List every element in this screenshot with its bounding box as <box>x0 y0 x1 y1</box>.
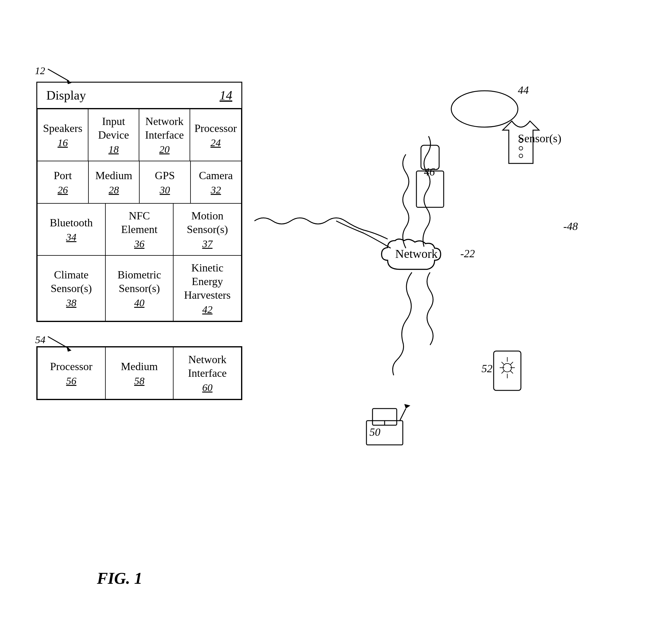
svg-line-25 <box>502 371 504 373</box>
cell-label-input-device: Input Device <box>93 115 134 142</box>
cell-num-speakers: 16 <box>58 137 68 148</box>
cell-processor: Processor 24 <box>190 109 241 161</box>
display-num: 14 <box>220 88 232 102</box>
page: 12 Display 14 Speakers 16 Input Device 1… <box>0 0 659 644</box>
cell-num-gps: 30 <box>160 184 170 196</box>
cell-nfc: NFC Element 36 <box>105 203 174 255</box>
svg-text:Sensor(s): Sensor(s) <box>518 132 562 145</box>
cell-label-processor: Processor <box>194 122 237 135</box>
svg-line-0 <box>48 69 69 81</box>
svg-text:50: 50 <box>370 426 380 438</box>
cell-num-nfc: 36 <box>134 238 145 250</box>
cell-gps: GPS 30 <box>139 161 191 203</box>
svg-line-26 <box>510 362 513 365</box>
cell-num-kinetic-energy: 42 <box>202 304 213 315</box>
cell-label-climate-sensor: Climate Sensor(s) <box>42 268 101 295</box>
label-54: 54 <box>35 334 45 346</box>
cell-medium: Medium 28 <box>88 161 139 203</box>
cell-kinetic-energy: Kinetic Energy Harvesters 42 <box>173 255 241 321</box>
cell-label-medium: Medium <box>95 169 132 183</box>
diagram-svg: 44 Sensor(s) -48 46 <box>255 61 642 514</box>
cell-num-port: 26 <box>58 184 68 196</box>
svg-point-8 <box>519 146 523 150</box>
cell-num-medium-54: 58 <box>134 375 145 387</box>
svg-point-5 <box>451 91 518 127</box>
cell-motion-sensor: Motion Sensor(s) 37 <box>173 203 241 255</box>
cell-num-input-device: 18 <box>108 144 119 155</box>
cell-num-medium: 28 <box>109 184 119 196</box>
cell-num-processor-54: 56 <box>66 375 76 387</box>
cell-num-motion-sensor: 37 <box>202 238 213 250</box>
cell-label-medium-54: Medium <box>121 360 158 373</box>
cell-camera: Camera 32 <box>191 161 242 203</box>
svg-point-22 <box>503 364 511 372</box>
cell-num-processor: 24 <box>211 137 221 148</box>
cell-label-camera: Camera <box>199 169 233 183</box>
cell-port: Port 26 <box>37 161 88 203</box>
cell-label-network-interface-54: Network Interface <box>178 353 237 380</box>
cell-label-kinetic-energy: Kinetic Energy Harvesters <box>178 261 237 302</box>
cell-num-biometric-sensor: 40 <box>134 297 145 309</box>
cell-climate-sensor: Climate Sensor(s) 38 <box>37 255 105 321</box>
cell-network-interface: Network Interface 20 <box>139 109 190 161</box>
cell-speakers: Speakers 16 <box>37 109 88 161</box>
display-row: Display 14 <box>37 83 241 109</box>
row2-grid: Port 26 Medium 28 GPS 30 Camera 32 <box>37 161 241 203</box>
cell-num-network-interface: 20 <box>159 144 170 155</box>
cell-label-network-interface: Network Interface <box>144 115 185 142</box>
svg-line-23 <box>502 362 504 365</box>
row54-grid: Processor 56 Medium 58 Network Interface… <box>37 347 241 399</box>
svg-text:-48: -48 <box>563 220 578 232</box>
cell-bluetooth: Bluetooth 34 <box>37 203 105 255</box>
cell-label-motion-sensor: Motion Sensor(s) <box>178 209 237 236</box>
svg-rect-17 <box>493 351 521 390</box>
cell-label-gps: GPS <box>155 169 175 183</box>
svg-text:Network: Network <box>395 247 438 260</box>
cell-label-biometric-sensor: Biometric Sensor(s) <box>110 268 169 295</box>
display-label: Display <box>46 88 86 102</box>
svg-text:-22: -22 <box>460 248 475 260</box>
cell-medium-54: Medium 58 <box>105 347 174 399</box>
svg-text:44: 44 <box>518 84 529 96</box>
cell-biometric-sensor: Biometric Sensor(s) 40 <box>105 255 174 321</box>
svg-text:52: 52 <box>482 363 492 375</box>
cell-network-interface-54: Network Interface 60 <box>173 347 241 399</box>
svg-point-9 <box>519 154 523 158</box>
svg-marker-32 <box>404 404 410 409</box>
cell-processor-54: Processor 56 <box>37 347 105 399</box>
device-box-12: Display 14 Speakers 16 Input Device 18 N… <box>36 82 242 322</box>
cell-label-port: Port <box>53 169 72 183</box>
cell-label-speakers: Speakers <box>43 122 82 135</box>
device-box-54: Processor 56 Medium 58 Network Interface… <box>36 346 242 400</box>
cell-input-device: Input Device 18 <box>88 109 139 161</box>
row1-grid: Speakers 16 Input Device 18 Network Inte… <box>37 109 241 161</box>
row4-grid: Climate Sensor(s) 38 Biometric Sensor(s)… <box>37 255 241 321</box>
label-12: 12 <box>35 65 45 76</box>
cell-num-climate-sensor: 38 <box>66 297 76 309</box>
cell-label-processor-54: Processor <box>50 360 92 373</box>
fig-label: FIG. 1 <box>97 569 142 588</box>
svg-line-31 <box>400 409 406 421</box>
cell-label-bluetooth: Bluetooth <box>50 216 93 230</box>
cell-num-network-interface-54: 60 <box>202 382 213 393</box>
svg-line-24 <box>510 371 513 373</box>
row3-grid: Bluetooth 34 NFC Element 36 Motion Senso… <box>37 203 241 255</box>
cell-label-nfc: NFC Element <box>110 209 169 236</box>
arrow-12-icon <box>45 66 75 84</box>
cell-num-bluetooth: 34 <box>66 231 76 243</box>
cell-num-camera: 32 <box>211 184 221 196</box>
